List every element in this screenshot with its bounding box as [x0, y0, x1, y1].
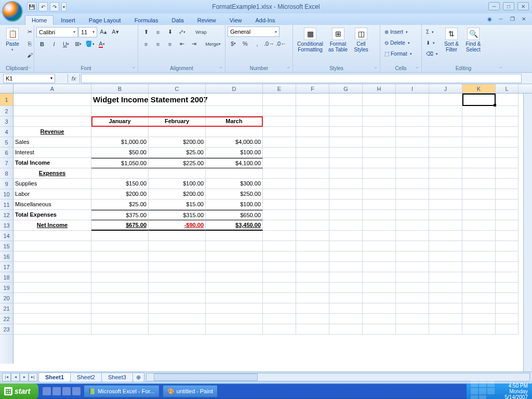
row-header[interactable]: 9 — [0, 179, 13, 189]
cell[interactable] — [149, 293, 206, 303]
cell[interactable] — [429, 127, 462, 137]
align-bottom-icon[interactable]: ⬇ — [164, 26, 176, 37]
cell[interactable] — [91, 127, 149, 137]
col-header[interactable]: I — [396, 84, 429, 93]
cell[interactable] — [429, 148, 462, 158]
cell[interactable] — [329, 251, 363, 262]
cell[interactable]: $3,450.00 — [206, 220, 263, 231]
ql-icon[interactable] — [62, 387, 71, 395]
cell[interactable] — [462, 179, 496, 189]
cell[interactable] — [462, 148, 496, 158]
cell[interactable] — [296, 241, 329, 251]
cell[interactable] — [462, 241, 496, 251]
cell[interactable] — [429, 241, 462, 251]
cell[interactable] — [206, 303, 263, 314]
cell[interactable] — [462, 293, 496, 303]
cell[interactable]: March — [206, 116, 263, 127]
col-header[interactable]: B — [91, 84, 149, 93]
cell[interactable] — [263, 251, 296, 262]
close-button[interactable]: ✕ — [517, 2, 529, 10]
cell[interactable] — [496, 324, 518, 335]
cell[interactable] — [462, 116, 496, 127]
cell[interactable] — [329, 231, 363, 241]
cell[interactable] — [429, 106, 462, 116]
cell[interactable]: $4,000.00 — [206, 137, 263, 148]
border-button[interactable]: ⊞▾ — [72, 38, 84, 49]
ql-icon[interactable] — [52, 387, 61, 395]
cell[interactable] — [496, 210, 518, 220]
cell[interactable]: $200.00 — [91, 189, 149, 200]
cell[interactable] — [329, 200, 363, 210]
cell[interactable]: $375.00 — [91, 210, 149, 220]
delete-cells-button[interactable]: ⊖ Delete▾ — [382, 37, 414, 48]
autosum-button[interactable]: Σ▾ — [424, 26, 440, 37]
cell[interactable] — [396, 241, 429, 251]
cell[interactable] — [496, 314, 518, 324]
cell[interactable] — [14, 283, 91, 293]
cell[interactable] — [14, 272, 91, 283]
row-header[interactable]: 15 — [0, 241, 13, 251]
cell[interactable] — [363, 220, 396, 231]
cell[interactable] — [91, 106, 149, 116]
cell[interactable] — [363, 106, 396, 116]
cell[interactable] — [496, 283, 518, 293]
shrink-font-icon[interactable]: A▾ — [110, 26, 121, 37]
cell[interactable] — [462, 106, 496, 116]
cell[interactable] — [14, 106, 91, 116]
cell[interactable] — [296, 200, 329, 210]
cell[interactable] — [296, 168, 329, 179]
cell[interactable] — [149, 106, 206, 116]
cell[interactable] — [429, 179, 462, 189]
cell[interactable] — [263, 262, 296, 272]
cell[interactable] — [462, 127, 496, 137]
maximize-button[interactable]: □ — [503, 2, 514, 10]
cell[interactable] — [429, 158, 462, 168]
cell-styles-button[interactable]: ◫Cell Styles — [351, 26, 371, 54]
doc-close-button[interactable]: ✕ — [520, 15, 528, 22]
cell[interactable]: $100.00 — [206, 200, 263, 210]
cell[interactable] — [363, 158, 396, 168]
cell[interactable] — [396, 251, 429, 262]
cell[interactable] — [462, 94, 496, 106]
cell[interactable] — [329, 168, 363, 179]
cell[interactable]: February — [149, 116, 206, 127]
cell[interactable]: $1,000.00 — [91, 137, 149, 148]
cell[interactable] — [396, 148, 429, 158]
cell[interactable]: Expenses — [14, 168, 91, 179]
cell[interactable] — [429, 189, 462, 200]
cell[interactable] — [329, 220, 363, 231]
increase-indent-icon[interactable]: ⇥ — [188, 38, 200, 49]
tray-icon[interactable] — [487, 388, 495, 394]
cell[interactable] — [263, 127, 296, 137]
cell[interactable] — [206, 127, 263, 137]
cell[interactable] — [396, 210, 429, 220]
align-left-icon[interactable]: ≡ — [140, 38, 152, 49]
tab-formulas[interactable]: Formulas — [128, 16, 165, 25]
cell[interactable] — [263, 272, 296, 283]
cell[interactable] — [396, 158, 429, 168]
cell[interactable] — [296, 94, 329, 106]
cell[interactable] — [363, 303, 396, 314]
cell[interactable] — [263, 283, 296, 293]
tray-icon[interactable] — [471, 395, 478, 399]
ql-icon[interactable] — [43, 387, 51, 395]
cell[interactable] — [329, 127, 363, 137]
cell[interactable] — [263, 293, 296, 303]
cell[interactable]: $300.00 — [206, 179, 263, 189]
cell[interactable] — [496, 158, 518, 168]
cell[interactable] — [429, 303, 462, 314]
cell[interactable] — [396, 116, 429, 127]
cell[interactable] — [149, 324, 206, 335]
cell[interactable] — [429, 314, 462, 324]
cell[interactable] — [496, 272, 518, 283]
redo-icon[interactable]: ↷ — [50, 2, 59, 11]
cell[interactable] — [329, 158, 363, 168]
cell[interactable] — [206, 283, 263, 293]
undo-icon[interactable]: ↶ — [38, 2, 48, 11]
cell[interactable] — [496, 303, 518, 314]
cell[interactable] — [14, 94, 91, 106]
sheet-tab[interactable]: Sheet2 — [70, 373, 102, 382]
cell[interactable] — [263, 220, 296, 231]
cell[interactable] — [396, 293, 429, 303]
cell[interactable] — [429, 116, 462, 127]
